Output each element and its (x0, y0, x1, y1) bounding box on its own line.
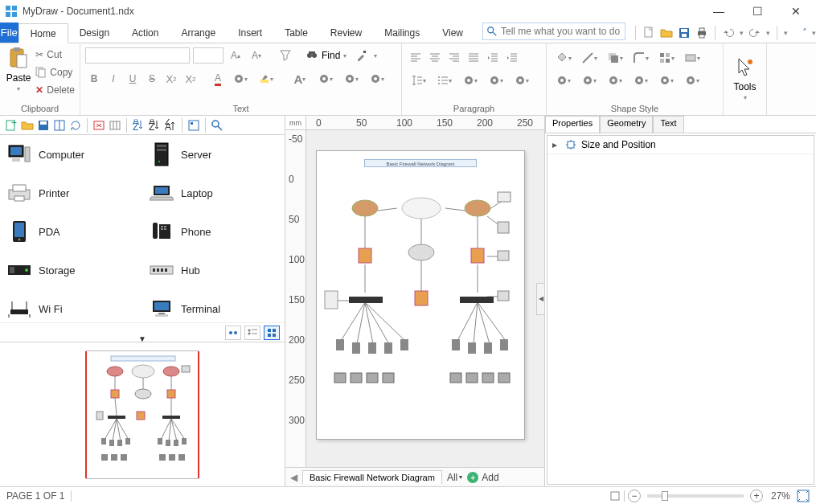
paste-button[interactable]: Paste ▾ (5, 47, 32, 92)
sheet-prev-icon[interactable]: ◀ (290, 472, 297, 483)
undo-icon[interactable] (722, 27, 735, 39)
align-left-button[interactable] (407, 50, 424, 66)
sort-asc-icon[interactable]: AZ (148, 119, 161, 132)
shrink-font-button[interactable]: A▾ (248, 47, 265, 64)
zoom-value[interactable]: 27% (771, 490, 790, 502)
lib-close-icon[interactable] (92, 119, 105, 132)
new-doc-icon[interactable] (642, 27, 655, 39)
shape-wifi[interactable]: Wi Fi (0, 289, 142, 322)
chevron-down-icon[interactable]: ▾ (343, 52, 346, 59)
zoom-in-button[interactable]: + (750, 490, 763, 502)
view-icons-button[interactable] (225, 326, 241, 340)
superscript-button[interactable]: X2 (182, 71, 199, 87)
find-button[interactable]: Find (322, 50, 340, 61)
text-gear2-button[interactable]: ▾ (339, 71, 363, 87)
ss-gear1-button[interactable]: ▾ (552, 72, 576, 88)
window-close-icon[interactable]: ✕ (784, 5, 808, 18)
view-list-button[interactable] (244, 326, 260, 340)
open-icon[interactable] (660, 27, 673, 39)
tell-me-search[interactable] (482, 23, 625, 40)
shapes-list[interactable]: Computer Server Printer Laptop PDA Phone… (0, 135, 285, 322)
cut-button[interactable]: ✂Cut (35, 47, 75, 63)
panel-expand-handle[interactable]: ◀ (536, 283, 544, 315)
sheet-all-button[interactable]: All▾ (447, 472, 462, 483)
shadow-button[interactable]: ▾ (603, 50, 627, 66)
lib-book-icon[interactable] (53, 119, 66, 132)
ss-gear4-button[interactable]: ▾ (629, 72, 653, 88)
underline-button[interactable]: U (124, 71, 141, 87)
delete-button[interactable]: ✕Delete (35, 82, 75, 98)
chevron-down-icon[interactable]: ▾ (374, 52, 377, 59)
zoom-out-button[interactable]: − (628, 490, 641, 502)
line-spacing-button[interactable]: ▾ (407, 72, 431, 88)
text-gear1-button[interactable]: ▾ (314, 71, 338, 87)
sort-desc-icon[interactable]: ZA (164, 119, 177, 132)
lib-delete-icon[interactable] (109, 119, 121, 132)
ruler-horizontal[interactable]: 0 50 100 150 200 250 (306, 116, 544, 130)
corner-button[interactable]: ▾ (629, 50, 653, 66)
font-family-select[interactable] (85, 47, 190, 64)
undo-dropdown-icon[interactable]: ▾ (740, 29, 744, 37)
style-preset-button[interactable]: ▾ (680, 50, 704, 66)
zoom-slider-thumb[interactable] (662, 491, 668, 501)
tab-file[interactable]: File (0, 23, 18, 43)
lib-refresh-icon[interactable] (69, 119, 82, 132)
copy-button[interactable]: Copy (35, 64, 75, 80)
view-thumbnails-button[interactable] (264, 326, 280, 340)
shape-pda[interactable]: PDA (0, 212, 142, 251)
sort-az-icon[interactable]: AZ (132, 119, 145, 132)
bullets-button[interactable]: ▾ (433, 72, 457, 88)
props-tab-text[interactable]: Text (653, 116, 683, 133)
lib-new-icon[interactable]: + (5, 119, 18, 132)
lib-open-icon[interactable] (21, 119, 34, 132)
drawing-page[interactable]: Basic Firewall Network Diagram (316, 150, 525, 440)
italic-button[interactable]: I (105, 71, 122, 87)
shape-phone[interactable]: Phone (142, 212, 285, 251)
props-tab-properties[interactable]: Properties (545, 116, 600, 133)
grow-font-button[interactable]: A▴ (227, 47, 244, 64)
theme-button[interactable]: ▾ (654, 50, 679, 66)
fill-button[interactable]: ▾ (552, 50, 576, 66)
para-gear2-button[interactable]: ▾ (484, 72, 508, 88)
highlight-button[interactable]: ▾ (254, 71, 278, 87)
text-style-a-button[interactable]: A▾ (288, 71, 312, 87)
tab-mailings[interactable]: Mailings (373, 23, 431, 43)
tab-design[interactable]: Design (68, 23, 121, 43)
tab-arrange[interactable]: Arrange (170, 23, 227, 43)
tab-action[interactable]: Action (121, 23, 170, 43)
line-button[interactable]: ▾ (577, 50, 601, 66)
align-center-button[interactable] (426, 50, 444, 66)
qat-customize-icon[interactable]: ▾ (784, 29, 788, 37)
redo-dropdown-icon[interactable]: ▾ (766, 29, 770, 37)
font-fill-button[interactable]: ▾ (228, 71, 252, 87)
ss-gear5-button[interactable]: ▾ (654, 72, 679, 88)
align-justify-button[interactable] (465, 50, 482, 66)
props-tab-geometry[interactable]: Geometry (600, 116, 653, 133)
ruler-vertical[interactable]: -50 0 50 100 150 200 250 300 (285, 130, 306, 467)
align-right-button[interactable] (445, 50, 463, 66)
lib-save-icon[interactable] (37, 119, 50, 132)
eyedropper-button[interactable] (353, 47, 371, 64)
zoom-slider[interactable] (647, 494, 744, 498)
lib-view-icon[interactable] (187, 119, 200, 132)
ribbon-options-icon[interactable]: ▾ (812, 29, 816, 37)
subscript-button[interactable]: X2 (162, 71, 180, 87)
shape-server[interactable]: Server (142, 135, 285, 174)
ss-gear6-button[interactable]: ▾ (680, 72, 704, 88)
ss-gear3-button[interactable]: ▾ (603, 72, 627, 88)
window-minimize-icon[interactable]: — (707, 5, 731, 18)
lib-search-icon[interactable] (211, 119, 223, 132)
indent-left-button[interactable] (484, 50, 502, 66)
strike-button[interactable]: S (143, 71, 161, 87)
redo-icon[interactable] (748, 27, 761, 39)
shape-laptop[interactable]: Laptop (142, 174, 285, 212)
expand-icon[interactable]: ▸ (552, 139, 560, 150)
shape-printer[interactable]: Printer (0, 174, 142, 212)
save-icon[interactable] (678, 27, 691, 39)
shape-hub[interactable]: Hub (142, 251, 285, 289)
drawing-canvas[interactable]: Basic Firewall Network Diagram (306, 130, 544, 467)
para-gear3-button[interactable]: ▾ (510, 72, 534, 88)
font-color-button[interactable]: A (209, 71, 227, 87)
shape-computer[interactable]: Computer (0, 135, 142, 174)
splitter-handle-icon[interactable]: ▼ (138, 334, 146, 343)
